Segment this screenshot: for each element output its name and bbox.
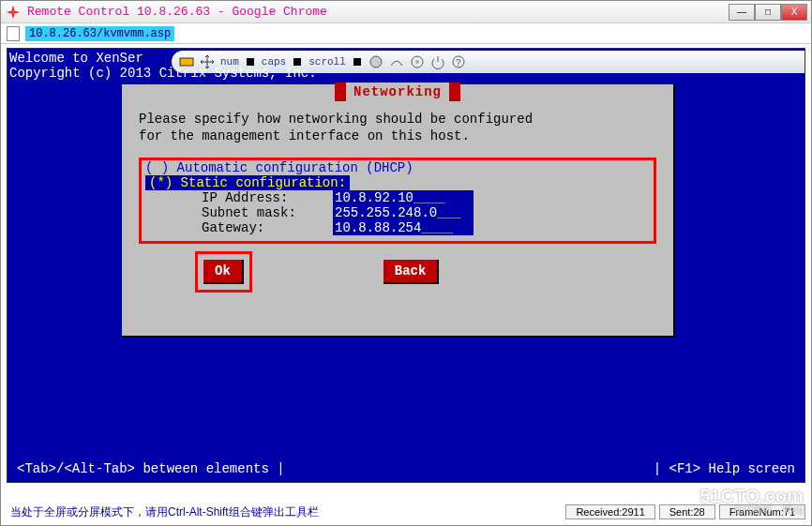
huawei-logo-icon [5,4,22,21]
disk-icon[interactable] [368,54,383,69]
dialog-message: Please specify how networking should be … [139,111,656,144]
footer-left: <Tab>/<Alt-Tab> between elements | [17,461,285,476]
window-title: Remote Control 10.8.26.63 - Google Chrom… [27,5,729,19]
welcome-line2: Copyright (c) 2013 Citrix Systems, Inc. [9,66,317,81]
gw-label: Gateway: [202,220,333,235]
power-icon[interactable] [430,54,445,69]
status-hint: 当处于全屏或分屏模式下，请用Ctrl-Alt-Shift组合键弹出工具栏 [7,504,562,520]
scroll-indicator [353,58,361,66]
mask-label: Subnet mask: [202,205,333,220]
address-bar: 10.8.26.63/kvmvmm.asp [1,23,811,44]
svg-text:?: ? [456,58,461,68]
status-sent: Sent:28 [659,504,715,519]
console-footer: <Tab>/<Alt-Tab> between elements | | <F1… [17,461,795,476]
ip-input[interactable]: 10.8.92.10____ [333,190,474,205]
title-bar: Remote Control 10.8.26.63 - Google Chrom… [1,1,811,23]
watermark-big: 51CTO.com [699,489,804,503]
chrome-window: Remote Control 10.8.26.63 - Google Chrom… [0,0,812,526]
cd-icon[interactable] [410,54,425,69]
option-static[interactable]: (*) Static configuration: [145,175,350,190]
ip-label: IP Address: [202,190,333,205]
msg-line1: Please specify how networking should be … [139,111,656,128]
ok-highlight-box: Ok [195,251,252,293]
status-framenum: FrameNum:71 [719,504,805,519]
svg-point-3 [415,60,419,64]
dialog-title: Networking [335,83,460,101]
svg-point-1 [370,56,382,68]
minimize-button[interactable]: — [729,4,755,21]
welcome-line1: Welcome to XenSer [9,51,143,66]
footer-right: | <F1> Help screen [654,461,795,476]
back-button[interactable]: Back [383,260,440,284]
gw-input[interactable]: 10.8.88.254____ [333,220,474,235]
url-text[interactable]: 10.8.26.63/kvmvmm.asp [25,26,174,41]
kvm-console: num caps scroll ? Welcome to XenSer Copy… [7,48,805,483]
option-dhcp[interactable]: ( ) Automatic configuration (DHCP) [145,160,650,175]
page-icon [7,26,20,41]
status-bar: 当处于全屏或分屏模式下，请用Ctrl-Alt-Shift组合键弹出工具栏 Rec… [7,503,805,521]
config-highlight-box: ( ) Automatic configuration (DHCP) (*) S… [139,158,656,244]
mask-input[interactable]: 255.255.248.0___ [333,205,474,220]
close-button[interactable]: X [781,4,807,21]
help-icon[interactable]: ? [451,54,466,69]
status-received: Received:2911 [565,504,654,519]
maximize-button[interactable]: □ [755,4,781,21]
net-icon[interactable] [389,54,404,69]
networking-dialog: Networking Please specify how networking… [122,84,675,338]
welcome-text: Welcome to XenSer Copyright (c) 2013 Cit… [9,51,317,81]
msg-line2: for the management interface on this hos… [139,128,656,144]
ok-button[interactable]: Ok [203,260,244,284]
